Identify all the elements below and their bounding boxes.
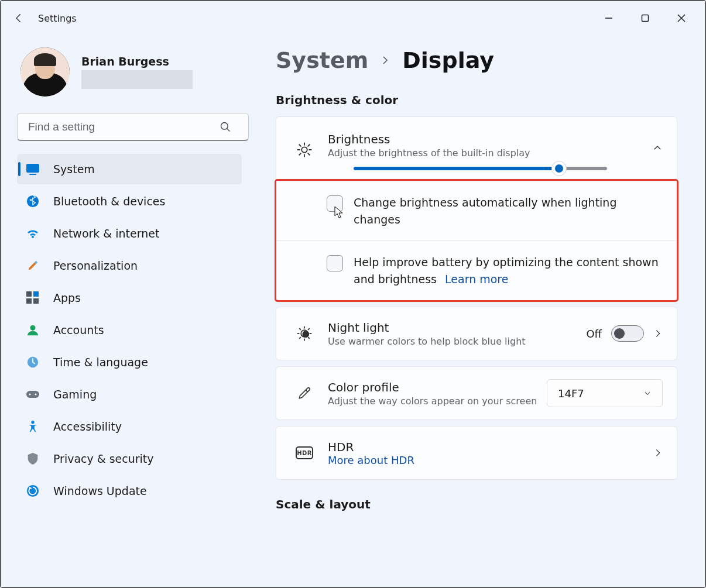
sidebar-item-accounts[interactable]: Accounts <box>17 315 242 345</box>
color-profile-card: Color profile Adjust the way colors appe… <box>276 366 677 420</box>
search-input[interactable] <box>17 113 249 141</box>
svg-point-16 <box>29 394 31 396</box>
nav: System Bluetooth & devices Network & int… <box>17 154 242 506</box>
svg-line-37 <box>309 329 310 330</box>
svg-line-5 <box>227 129 230 132</box>
sidebar-item-accessibility[interactable]: Accessibility <box>17 411 242 442</box>
minimize-button[interactable] <box>592 6 626 30</box>
night-light-toggle[interactable] <box>611 325 644 342</box>
content-adaptive-row[interactable]: Help improve battery by optimizing the c… <box>276 240 677 300</box>
nav-label: Time & language <box>53 356 148 369</box>
paintbrush-icon <box>25 258 40 273</box>
svg-line-34 <box>300 329 301 330</box>
svg-point-18 <box>31 421 35 424</box>
svg-line-27 <box>299 153 301 155</box>
close-button[interactable] <box>664 6 698 30</box>
content: System Display Brightness & color Bright… <box>252 36 705 587</box>
hdr-title: HDR <box>328 440 653 454</box>
sidebar-item-gaming[interactable]: Gaming <box>17 379 242 410</box>
chevron-down-icon <box>643 389 652 397</box>
breadcrumb-parent[interactable]: System <box>276 47 368 73</box>
nav-label: Gaming <box>53 388 97 401</box>
user-email-redacted <box>81 70 193 89</box>
brightness-title: Brightness <box>328 132 642 146</box>
hdr-icon: HDR <box>290 446 318 459</box>
hdr-card[interactable]: HDR HDR More about HDR <box>276 426 677 480</box>
brightness-row[interactable]: Brightness Adjust the brightness of the … <box>276 117 677 181</box>
chevron-right-icon[interactable] <box>653 329 663 338</box>
highlighted-region: Change brightness automatically when lig… <box>276 181 677 300</box>
accounts-icon <box>25 322 40 338</box>
svg-rect-12 <box>33 298 39 304</box>
app-title: Settings <box>38 13 77 24</box>
brightness-card: Brightness Adjust the brightness of the … <box>276 116 677 301</box>
avatar <box>20 47 70 97</box>
section-title-scale-layout: Scale & layout <box>276 497 677 511</box>
chevron-up-icon[interactable] <box>652 143 663 159</box>
sidebar-item-system[interactable]: System <box>17 154 242 184</box>
night-light-icon <box>290 325 318 342</box>
learn-more-link[interactable]: Learn more <box>445 273 508 286</box>
color-profile-select[interactable]: 14F7 <box>547 379 663 407</box>
nav-label: Personalization <box>53 259 138 272</box>
night-light-state: Off <box>586 328 602 340</box>
sidebar-item-personalization[interactable]: Personalization <box>17 250 242 281</box>
sidebar-item-windows-update[interactable]: Windows Update <box>17 476 242 506</box>
svg-rect-6 <box>26 164 39 173</box>
nav-label: System <box>53 163 95 176</box>
auto-brightness-checkbox[interactable] <box>327 195 343 212</box>
bluetooth-icon <box>25 194 40 209</box>
svg-rect-1 <box>642 15 649 22</box>
system-icon <box>25 161 40 177</box>
nav-label: Accounts <box>53 324 104 336</box>
svg-line-28 <box>308 145 310 146</box>
gamepad-icon <box>25 387 40 402</box>
wifi-icon <box>25 226 40 241</box>
breadcrumb-current: Display <box>402 47 494 73</box>
svg-line-25 <box>299 145 301 146</box>
svg-point-13 <box>30 325 35 331</box>
slider-thumb[interactable] <box>551 161 567 176</box>
sidebar-item-network[interactable]: Network & internet <box>17 218 242 249</box>
svg-rect-11 <box>26 298 32 304</box>
search-wrap <box>17 113 242 141</box>
chevron-right-icon[interactable] <box>653 448 663 458</box>
nav-label: Apps <box>53 291 81 304</box>
nav-label: Windows Update <box>53 484 147 497</box>
sidebar-item-privacy[interactable]: Privacy & security <box>17 443 242 474</box>
content-adaptive-checkbox[interactable] <box>327 255 343 271</box>
svg-point-17 <box>35 394 37 396</box>
user-name: Brian Burgess <box>81 55 193 68</box>
svg-rect-9 <box>26 291 32 297</box>
sidebar-item-bluetooth[interactable]: Bluetooth & devices <box>17 186 242 216</box>
shield-icon <box>25 451 40 466</box>
maximize-button[interactable] <box>628 6 662 30</box>
brightness-slider[interactable] <box>354 167 607 170</box>
content-adaptive-label: Help improve battery by optimizing the c… <box>354 254 663 287</box>
svg-rect-7 <box>29 174 36 175</box>
nav-label: Network & internet <box>53 227 159 240</box>
night-light-title: Night light <box>328 321 586 335</box>
eyedropper-icon <box>290 386 318 401</box>
apps-icon <box>25 290 40 305</box>
nav-label: Bluetooth & devices <box>53 195 165 208</box>
nav-label: Privacy & security <box>53 452 154 465</box>
color-profile-value: 14F7 <box>558 387 584 400</box>
svg-rect-10 <box>33 291 39 297</box>
sidebar-item-time-language[interactable]: Time & language <box>17 347 242 377</box>
svg-line-26 <box>308 153 310 155</box>
svg-point-20 <box>301 147 307 152</box>
update-icon <box>25 483 40 498</box>
user-card[interactable]: Brian Burgess <box>20 47 242 97</box>
auto-brightness-row[interactable]: Change brightness automatically when lig… <box>276 181 677 240</box>
sidebar-item-apps[interactable]: Apps <box>17 283 242 313</box>
section-title-brightness-color: Brightness & color <box>276 93 677 107</box>
night-light-card[interactable]: Night light Use warmer colors to help bl… <box>276 307 677 360</box>
window-controls <box>592 6 698 30</box>
svg-line-35 <box>309 338 310 339</box>
nav-label: Accessibility <box>53 420 122 433</box>
clock-globe-icon <box>25 355 40 370</box>
accessibility-icon <box>25 419 40 434</box>
back-button[interactable] <box>8 6 31 30</box>
hdr-link[interactable]: More about HDR <box>328 454 653 466</box>
